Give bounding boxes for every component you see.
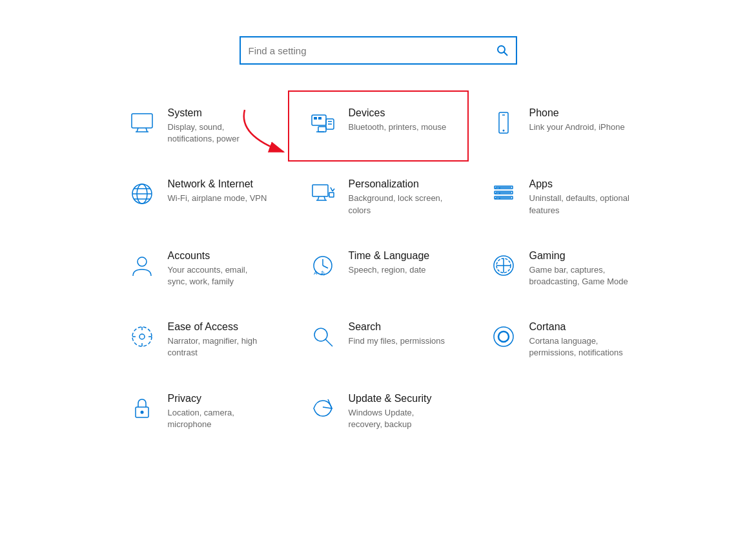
setting-desc-privacy: Location, camera, microphone [168, 407, 269, 430]
setting-item-devices[interactable]: DevicesBluetooth, printers, mouse [288, 90, 469, 162]
setting-title-time: Time & Language [349, 250, 449, 262]
setting-desc-network: Wi-Fi, airplane mode, VPN [168, 193, 269, 204]
setting-item-system[interactable]: SystemDisplay, sound, notifications, pow… [107, 90, 288, 162]
devices-icon [307, 107, 338, 138]
setting-item-network[interactable]: Network & InternetWi-Fi, airplane mode, … [107, 162, 288, 233]
apps-icon [488, 178, 519, 209]
svg-rect-3 [132, 114, 152, 128]
svg-line-1 [504, 52, 507, 56]
svg-point-60 [494, 327, 513, 346]
setting-text-gaming: GamingGame bar, captures, broadcasting, … [529, 250, 630, 288]
svg-rect-7 [312, 115, 326, 125]
setting-title-accounts: Accounts [168, 250, 269, 262]
search-icon [496, 45, 508, 56]
setting-title-gaming: Gaming [529, 250, 630, 262]
svg-rect-23 [312, 185, 328, 196]
setting-desc-apps: Uninstall, defaults, optional features [529, 193, 630, 216]
svg-line-45 [323, 266, 328, 268]
setting-desc-update: Windows Update, recovery, backup [349, 407, 449, 430]
svg-point-57 [139, 334, 145, 339]
setting-desc-phone: Link your Android, iPhone [529, 121, 630, 133]
time-icon: A あ [307, 250, 338, 281]
setting-item-apps[interactable]: AppsUninstall, defaults, optional featur… [469, 162, 649, 233]
setting-title-system: System [168, 107, 269, 119]
setting-text-devices: DevicesBluetooth, printers, mouse [349, 107, 449, 133]
setting-title-phone: Phone [529, 107, 630, 119]
setting-item-gaming[interactable]: GamingGame bar, captures, broadcasting, … [469, 233, 649, 304]
svg-line-25 [324, 196, 325, 200]
setting-text-update: Update & SecurityWindows Update, recover… [349, 393, 449, 430]
svg-point-42 [138, 257, 147, 266]
setting-desc-personalization: Background, lock screen, colors [349, 193, 449, 216]
svg-point-63 [140, 410, 143, 414]
gaming-icon [488, 250, 519, 281]
search-input[interactable] [249, 45, 496, 56]
svg-line-24 [318, 196, 319, 200]
svg-rect-12 [318, 117, 322, 120]
accounts-icon [127, 250, 158, 281]
setting-text-network: Network & InternetWi-Fi, airplane mode, … [168, 178, 269, 204]
update-icon [307, 393, 338, 424]
setting-title-privacy: Privacy [168, 393, 269, 404]
setting-text-accounts: AccountsYour accounts, email, sync, work… [168, 250, 269, 288]
cortana-icon [488, 321, 519, 352]
svg-point-0 [498, 46, 505, 53]
svg-line-5 [146, 128, 147, 132]
setting-desc-system: Display, sound, notifications, power [168, 121, 269, 145]
svg-rect-11 [314, 117, 317, 120]
setting-item-privacy[interactable]: PrivacyLocation, camera, microphone [107, 376, 288, 447]
setting-title-apps: Apps [529, 178, 630, 190]
setting-title-cortana: Cortana [529, 321, 630, 333]
setting-title-update: Update & Security [349, 393, 449, 404]
privacy-icon [127, 393, 158, 424]
setting-text-apps: AppsUninstall, defaults, optional featur… [529, 178, 630, 216]
setting-text-system: SystemDisplay, sound, notifications, pow… [168, 107, 269, 145]
setting-desc-accounts: Your accounts, email, sync, work, family [168, 264, 269, 288]
setting-item-update[interactable]: Update & SecurityWindows Update, recover… [288, 376, 469, 447]
svg-line-28 [331, 187, 332, 191]
svg-rect-9 [318, 127, 326, 132]
setting-text-easeofaccess: Ease of AccessNarrator, magnifier, high … [168, 321, 269, 359]
setting-text-privacy: PrivacyLocation, camera, microphone [168, 393, 269, 430]
search-icon [307, 321, 338, 352]
setting-desc-easeofaccess: Narrator, magnifier, high contrast [168, 335, 269, 359]
svg-line-4 [137, 128, 138, 132]
search-container [0, 36, 756, 65]
setting-desc-time: Speech, region, date [349, 264, 449, 276]
setting-desc-gaming: Game bar, captures, broadcasting, Game M… [529, 264, 630, 288]
setting-text-search: SearchFind my files, permissions [349, 321, 449, 347]
settings-grid: SystemDisplay, sound, notifications, pow… [81, 90, 675, 447]
setting-text-cortana: CortanaCortana language, permissions, no… [529, 321, 630, 359]
svg-point-61 [498, 331, 509, 342]
setting-desc-devices: Bluetooth, printers, mouse [349, 121, 449, 133]
monitor-icon [127, 107, 158, 138]
setting-desc-search: Find my files, permissions [349, 335, 449, 347]
setting-text-personalization: PersonalizationBackground, lock screen, … [349, 178, 449, 216]
svg-text:A: A [314, 270, 318, 276]
phone-icon [488, 107, 519, 138]
network-icon [127, 178, 158, 209]
setting-title-easeofaccess: Ease of Access [168, 321, 269, 333]
svg-point-17 [502, 130, 504, 132]
svg-text:あ: あ [320, 270, 325, 276]
setting-title-network: Network & Internet [168, 178, 269, 190]
setting-title-devices: Devices [349, 107, 449, 119]
setting-title-personalization: Personalization [349, 178, 449, 190]
setting-item-phone[interactable]: PhoneLink your Android, iPhone [469, 90, 649, 162]
setting-desc-cortana: Cortana language, permissions, notificat… [529, 335, 630, 359]
setting-text-phone: PhoneLink your Android, iPhone [529, 107, 630, 133]
search-box [240, 36, 517, 65]
setting-item-cortana[interactable]: CortanaCortana language, permissions, no… [469, 304, 649, 375]
personalization-icon [307, 178, 338, 209]
svg-line-59 [325, 339, 332, 346]
svg-line-29 [332, 189, 334, 191]
setting-item-search[interactable]: SearchFind my files, permissions [288, 304, 469, 375]
setting-title-search: Search [349, 321, 449, 333]
setting-item-easeofaccess[interactable]: Ease of AccessNarrator, magnifier, high … [107, 304, 288, 375]
setting-item-accounts[interactable]: AccountsYour accounts, email, sync, work… [107, 233, 288, 304]
setting-item-personalization[interactable]: PersonalizationBackground, lock screen, … [288, 162, 469, 233]
ease-icon [127, 321, 158, 352]
svg-rect-27 [329, 193, 334, 197]
setting-item-time[interactable]: A あ Time & LanguageSpeech, region, date [288, 233, 469, 304]
page-title [0, 0, 756, 36]
